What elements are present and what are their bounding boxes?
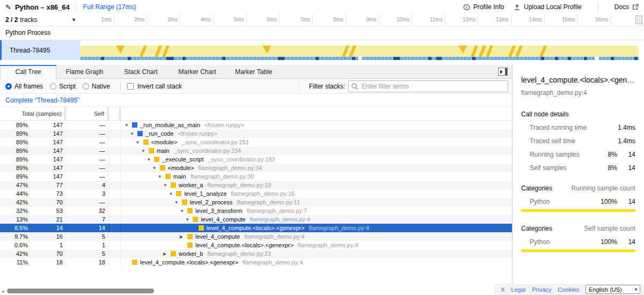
- profile-info-button[interactable]: Profile Info: [463, 3, 504, 11]
- expand-toggle-icon[interactable]: ▼: [141, 149, 149, 153]
- footer-bar: X Legal Privacy Cookies English (US) ▾: [494, 284, 644, 295]
- expand-toggle-icon[interactable]: ▶: [163, 252, 171, 256]
- call-tree-row[interactable]: 8.5%1414level_4_compute.<locals>.<genexp…: [0, 224, 512, 232]
- sample-strip-dark-segment: [584, 57, 587, 60]
- self-samples: —: [66, 146, 109, 155]
- total-samples: 147: [28, 139, 65, 145]
- category-row: Python100%14: [521, 238, 635, 246]
- expand-toggle-icon[interactable]: ▼: [163, 183, 171, 188]
- call-tree-row[interactable]: 47%774▼worker_aflamegraph_demo.py:19: [0, 181, 512, 189]
- ruler-tick-label: 9ms: [345, 14, 376, 26]
- self-samples: —: [66, 164, 109, 172]
- expand-toggle-icon[interactable]: ▼: [125, 123, 132, 128]
- sidebar-toggle-icon[interactable]: [498, 68, 508, 76]
- info-icon: [463, 4, 470, 11]
- total-percent: 9.7%: [0, 233, 28, 240]
- footer-cookies-link[interactable]: Cookies: [558, 286, 579, 293]
- external-link-icon: [632, 4, 639, 10]
- footer-close-button[interactable]: X: [501, 286, 504, 293]
- expand-toggle-icon[interactable]: ▶: [180, 234, 187, 239]
- scroll-left-arrow-icon[interactable]: ◂: [2, 289, 4, 294]
- self-samples: 5: [66, 232, 109, 241]
- call-tree-row[interactable]: 42%705▶worker_bflamegraph_demo.py:23: [0, 249, 512, 258]
- profile-name: Python – x86_64: [15, 3, 70, 11]
- expand-toggle-icon[interactable]: ▼: [147, 157, 154, 162]
- call-tree-row[interactable]: 89%147—▼_run_code<frozen runpy>: [0, 129, 512, 138]
- footer-privacy-link[interactable]: Privacy: [532, 286, 551, 293]
- expand-toggle-icon[interactable]: ▼: [180, 209, 187, 213]
- radio-script-label[interactable]: Script: [59, 83, 76, 90]
- call-tree-row[interactable]: 0.6%11level_4_compute.<locals>.<genexpr>…: [0, 241, 512, 249]
- panel-tabbar: Call TreeFlame GraphStack ChartMarker Ch…: [0, 65, 512, 79]
- call-tree-row[interactable]: 44%733▼level_1_analyzeflamegraph_demo.py…: [0, 189, 512, 198]
- category-bar: [521, 249, 635, 252]
- tab-call-tree[interactable]: Call Tree: [0, 65, 56, 79]
- ruler-tick-label: 4ms: [180, 14, 211, 26]
- call-tree-row[interactable]: 89%147—▼<module>_sync_coordinator.py:251: [0, 138, 512, 146]
- call-tree-row[interactable]: 89%147—▼<module>flamegraph_demo.py:34: [0, 164, 512, 172]
- track-python-process[interactable]: Python Process: [0, 26, 644, 40]
- upload-profile-button[interactable]: Upload Local Profile: [514, 3, 581, 11]
- function-location: flamegraph_demo.py:4: [243, 259, 303, 266]
- call-tree-row[interactable]: 42%70—▼level_2_processflamegraph_demo.py…: [0, 198, 512, 206]
- expand-toggle-icon[interactable]: ▼: [185, 217, 193, 222]
- tab-marker-chart[interactable]: Marker Chart: [169, 65, 225, 79]
- thread-track-label[interactable]: Thread-78495: [0, 40, 80, 60]
- function-name: level_1_analyze: [184, 190, 226, 197]
- expand-toggle-icon[interactable]: ▼: [158, 174, 165, 179]
- expand-toggle-icon[interactable]: ▼: [174, 200, 182, 205]
- language-select[interactable]: English (US) ▾: [586, 285, 640, 294]
- expand-toggle-icon[interactable]: ▼: [130, 131, 137, 136]
- scrollbar-thumb[interactable]: [7, 289, 154, 293]
- tab-stack-chart[interactable]: Stack Chart: [113, 65, 169, 79]
- call-tree-row[interactable]: 89%147—▼main_sync_coordinator.py:234: [0, 146, 512, 155]
- call-tree-row[interactable]: 32%5332▼level_3_transformflamegraph_demo…: [0, 206, 512, 215]
- call-tree-row[interactable]: 89%147—▼_execute_script_sync_coordinator…: [0, 155, 512, 164]
- radio-all-frames[interactable]: [5, 83, 12, 90]
- self-samples: —: [66, 138, 109, 146]
- call-tree-row[interactable]: 89%147—▼_run_module_as_main<frozen runpy…: [0, 121, 512, 129]
- activity-graph: [80, 45, 639, 57]
- call-tree-row[interactable]: 89%147—▼mainflamegraph_demo.py:30: [0, 172, 512, 181]
- docs-link[interactable]: Docs: [614, 3, 639, 11]
- radio-all-frames-label[interactable]: All frames: [14, 83, 43, 90]
- breadcrumb-root-link[interactable]: Complete “Thread-78495”: [5, 97, 79, 104]
- sample-strip-dark-segment: [101, 57, 104, 60]
- filter-stacks-input[interactable]: [348, 80, 508, 92]
- call-tree-row[interactable]: 9.7%165▶level_4_computeflamegraph_demo.p…: [0, 232, 512, 241]
- self-samples: 14: [66, 224, 109, 232]
- call-tree-row[interactable]: 11%1818level_4_compute.<locals>.<genexpr…: [0, 258, 512, 267]
- chevron-down-icon: ▾: [635, 287, 637, 292]
- expand-toggle-icon[interactable]: ▼: [169, 191, 176, 196]
- time-ruler: 1ms2ms3ms4ms5ms6ms7ms8ms9ms10ms11ms12ms1…: [80, 14, 644, 26]
- total-percent: 89%: [0, 148, 28, 154]
- radio-native-label[interactable]: Native: [92, 83, 110, 90]
- expand-toggle-icon[interactable]: ▼: [136, 140, 143, 145]
- tracks-dropdown[interactable]: 2 / 2 tracks ▼: [0, 14, 80, 26]
- function-name: level_4_compute.<locals>.<genexpr>: [140, 259, 238, 266]
- sample-strip-dark-segment: [222, 57, 225, 60]
- function-name: worker_b: [179, 250, 203, 257]
- self-samples: 5: [66, 249, 109, 258]
- tab-flame-graph[interactable]: Flame Graph: [56, 65, 113, 79]
- tab-marker-table[interactable]: Marker Table: [225, 65, 282, 79]
- thread-activity-graph[interactable]: [80, 40, 639, 60]
- category-square-icon: [193, 217, 198, 222]
- category-square-icon: [187, 242, 193, 248]
- categories-header: Categories: [521, 185, 552, 192]
- invert-call-stack-checkbox[interactable]: [127, 83, 134, 90]
- edit-profile-name-icon[interactable]: ✎: [5, 3, 11, 11]
- self-samples: —: [66, 129, 109, 138]
- total-percent: 89%: [0, 173, 28, 180]
- function-name: level_4_compute.<locals>.<genexpr>: [195, 242, 294, 248]
- invert-call-stack-label[interactable]: Invert call stack: [137, 83, 182, 90]
- full-range-link[interactable]: Full Range (17ms): [83, 3, 136, 11]
- divider: [120, 82, 121, 91]
- expand-toggle-icon[interactable]: ▼: [152, 166, 160, 171]
- footer-legal-link[interactable]: Legal: [511, 286, 525, 293]
- radio-native[interactable]: [83, 83, 89, 90]
- total-samples: 147: [28, 122, 65, 128]
- radio-script[interactable]: [50, 83, 56, 90]
- call-tree-row[interactable]: 13%217▼level_4_computeflamegraph_demo.py…: [0, 215, 512, 224]
- upload-icon: [514, 4, 521, 11]
